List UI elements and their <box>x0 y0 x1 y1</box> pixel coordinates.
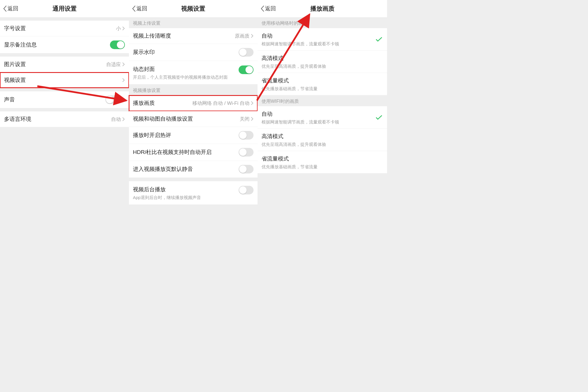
row-dynamic-cover[interactable]: 动态封面 开启后，个人主页视频签中的视频将播放动态封面 <box>129 61 258 84</box>
row-label: 视频上传清晰度 <box>133 32 171 40</box>
toggle-sound[interactable] <box>105 95 120 104</box>
page-title: 播放画质 <box>258 0 387 17</box>
row-value: 自适应 <box>106 61 121 68</box>
row-background-play[interactable]: 视频后台播放 App退到后台时，继续播放视频声音 <box>129 181 258 204</box>
row-watermark[interactable]: 展示水印 <box>129 44 258 61</box>
toggle-watermark[interactable] <box>239 48 254 57</box>
option-sub: 优先呈现高清画质，提升观看体验 <box>262 142 383 147</box>
row-label: 字号设置 <box>4 25 26 32</box>
toggle-hot-comments[interactable] <box>239 131 254 140</box>
option-wifi-auto[interactable]: 自动 根据网速智能调节画质，流量观看不卡顿 <box>258 106 387 129</box>
toggle-show-notes[interactable] <box>110 40 125 49</box>
row-font-size[interactable]: 字号设置 小 <box>0 21 129 36</box>
header: 返回 播放画质 <box>258 0 387 17</box>
chevron-right-icon <box>251 34 254 38</box>
row-hdr-dolby[interactable]: HDR/杜比在视频支持时自动开启 <box>129 144 258 161</box>
option-title: 高清模式 <box>262 133 383 140</box>
row-label: 动态封面 <box>133 65 228 73</box>
option-wifi-hd[interactable]: 高清模式 优先呈现高清画质，提升观看体验 <box>258 129 387 151</box>
toggle-hdr-dolby[interactable] <box>239 148 254 157</box>
toggle-default-mute[interactable] <box>239 165 254 173</box>
row-label: HDR/杜比在视频支持时自动开启 <box>133 148 212 156</box>
option-sub: 优先播放基础画质，节省流量 <box>262 164 383 170</box>
chevron-right-icon <box>122 26 125 31</box>
chevron-right-icon <box>122 78 125 82</box>
row-label: 播放时开启热评 <box>133 132 171 139</box>
check-icon <box>376 115 382 120</box>
row-label: 播放画质 <box>133 99 155 107</box>
chevron-right-icon <box>251 101 254 105</box>
toggle-dynamic-cover[interactable] <box>239 65 254 74</box>
row-language[interactable]: 多语言环境 自动 <box>0 111 129 127</box>
row-label: 视频设置 <box>4 76 26 84</box>
row-label: 图片设置 <box>4 61 26 68</box>
option-title: 自动 <box>262 32 383 40</box>
option-mobile-save[interactable]: 省流量模式 优先播放基础画质，节省流量 <box>258 73 387 95</box>
page-title: 视频设置 <box>129 0 258 17</box>
option-title: 自动 <box>262 110 383 118</box>
chevron-right-icon <box>251 117 254 121</box>
option-sub: 根据网速智能调节画质，流量观看不卡顿 <box>262 119 383 125</box>
option-mobile-auto[interactable]: 自动 根据网速智能调节画质，流量观看不卡顿 <box>258 28 387 51</box>
row-value: 小 <box>116 25 121 32</box>
row-video-settings[interactable]: 视频设置 <box>0 72 129 88</box>
row-image-settings[interactable]: 图片设置 自适应 <box>0 57 129 72</box>
chevron-right-icon <box>122 117 125 121</box>
chevron-right-icon <box>122 62 125 67</box>
header: 返回 视频设置 <box>129 0 258 17</box>
option-title: 高清模式 <box>262 55 383 62</box>
row-value: 自动 <box>111 116 121 123</box>
row-sub: App退到后台时，继续播放视频声音 <box>133 195 201 200</box>
section-mobile: 使用移动网络时的画质 <box>258 17 387 28</box>
row-label: 展示水印 <box>133 49 155 56</box>
row-upload-quality[interactable]: 视频上传清晰度 原画质 <box>129 28 258 44</box>
option-title: 省流量模式 <box>262 155 383 163</box>
check-icon <box>376 37 382 42</box>
option-mobile-hd[interactable]: 高清模式 优先呈现高清画质，提升观看体验 <box>258 51 387 73</box>
section-upload: 视频上传设置 <box>129 17 258 28</box>
row-value: 原画质 <box>235 33 249 39</box>
chevron-right-icon <box>122 97 125 102</box>
row-label: 视频后台播放 <box>133 186 201 193</box>
pane-play-quality: 返回 播放画质 使用移动网络时的画质 自动 根据网速智能调节画质，流量观看不卡顿… <box>258 0 387 173</box>
section-wifi: 使用WIFI时的画质 <box>258 95 387 106</box>
row-value: 关闭 <box>240 116 249 122</box>
option-wifi-save[interactable]: 省流量模式 优先播放基础画质，节省流量 <box>258 151 387 173</box>
option-title: 省流量模式 <box>262 77 383 84</box>
pane-video-settings: 返回 视频设置 视频上传设置 视频上传清晰度 原画质 展示水印 动态封面 开启后… <box>129 0 258 204</box>
header: 返回 通用设置 <box>0 0 129 17</box>
row-label: 视频和动图自动播放设置 <box>133 115 193 123</box>
pane-general-settings: 返回 通用设置 字号设置 小 显示备注信息 图片设置 自适应 视频设置 <box>0 0 129 130</box>
row-show-notes[interactable]: 显示备注信息 <box>0 36 129 53</box>
row-label: 多语言环境 <box>4 115 31 123</box>
row-label: 进入视频播放页默认静音 <box>133 165 193 173</box>
row-default-mute[interactable]: 进入视频播放页默认静音 <box>129 161 258 178</box>
row-label: 显示备注信息 <box>4 41 37 49</box>
row-play-quality[interactable]: 播放画质 移动网络 自动 / Wi-Fi 自动 <box>129 95 258 111</box>
row-sound[interactable]: 声音 <box>0 91 129 108</box>
option-sub: 优先呈现高清画质，提升观看体验 <box>262 64 383 69</box>
row-autoplay[interactable]: 视频和动图自动播放设置 关闭 <box>129 111 258 127</box>
option-sub: 根据网速智能调节画质，流量观看不卡顿 <box>262 41 383 47</box>
row-label: 声音 <box>4 96 15 103</box>
row-value: 移动网络 自动 / Wi-Fi 自动 <box>192 100 249 107</box>
page-title: 通用设置 <box>0 0 129 17</box>
toggle-background-play[interactable] <box>239 186 254 194</box>
row-sub: 开启后，个人主页视频签中的视频将播放动态封面 <box>133 75 228 80</box>
section-play: 视频播放设置 <box>129 84 258 95</box>
row-hot-comments[interactable]: 播放时开启热评 <box>129 127 258 144</box>
option-sub: 优先播放基础画质，节省流量 <box>262 86 383 92</box>
